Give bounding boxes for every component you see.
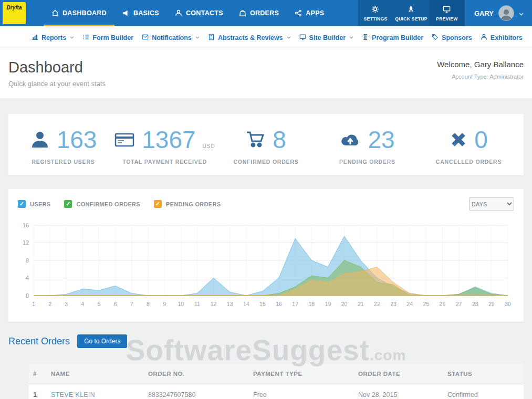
nav-item-dashboard[interactable]: DASHBOARD [44, 0, 114, 26]
nav-item-orders[interactable]: ORDERS [231, 0, 287, 26]
column-header-status: STATUS [443, 364, 524, 384]
user-name: GARY [474, 9, 494, 17]
envelope-icon [142, 34, 149, 42]
go-to-orders-button[interactable]: Go to Orders [77, 334, 127, 348]
svg-text:7: 7 [130, 301, 133, 307]
chart-controls: USERS CONFIRMED ORDERS PENDING ORDERS DA… [18, 197, 514, 211]
settings-button[interactable]: SETTINGS [358, 0, 393, 26]
table-header-row: # NAME ORDER NO. PAYMENT TYPE ORDER DATE… [29, 364, 524, 384]
svg-text:29: 29 [488, 301, 495, 307]
stat-label: TOTAL PAYMENT RECEIVED [114, 159, 215, 165]
stat-value: 8 [273, 128, 286, 152]
hourglass-icon [362, 34, 369, 42]
svg-text:14: 14 [243, 301, 249, 307]
legend-label: USERS [30, 201, 50, 207]
svg-text:12: 12 [23, 239, 29, 246]
app-logo[interactable]: Dryfta [3, 2, 26, 24]
rocket-icon [407, 5, 415, 14]
period-select[interactable]: DAYS [469, 197, 514, 211]
x-icon [450, 131, 467, 149]
subnav-label: Program Builder [372, 34, 423, 41]
stat-label: CANCELLED ORDERS [418, 159, 519, 165]
subnav-label: Notifications [152, 34, 192, 41]
column-header-num: # [29, 364, 47, 384]
nav-item-apps[interactable]: APPS [287, 0, 332, 26]
subnav-item-form-builder[interactable]: Form Builder [82, 34, 133, 42]
svg-text:27: 27 [456, 301, 462, 307]
svg-text:11: 11 [194, 301, 200, 307]
recent-orders-title: Recent Orders [8, 336, 70, 347]
chevron-down-icon [349, 36, 353, 39]
header-user-info: Welcome, Gary Ballance Account Type: Adm… [437, 60, 524, 80]
svg-text:3: 3 [65, 301, 68, 307]
subnav-item-reports[interactable]: Reports [32, 34, 74, 42]
subnav-item-notifications[interactable]: Notifications [142, 34, 200, 42]
megaphone-icon [122, 9, 130, 17]
svg-text:16: 16 [276, 301, 282, 307]
subnav-item-exhibitors[interactable]: Exhibitors [481, 34, 523, 42]
tool-label: QUICK SETUP [395, 16, 427, 22]
subnav-item-abstracts-reviews[interactable]: Abstracts & Reviews [208, 34, 291, 42]
tool-label: PREVIEW [436, 16, 457, 22]
bar-chart-icon [32, 34, 38, 42]
stat-suffix: USD [203, 143, 215, 149]
confirmed-orders-checkbox[interactable] [64, 200, 72, 208]
svg-text:4: 4 [81, 301, 84, 307]
stat-value: 163 [57, 128, 97, 152]
svg-text:16: 16 [23, 222, 29, 228]
svg-text:18: 18 [309, 301, 315, 307]
subnav-item-site-builder[interactable]: Site Builder [299, 34, 353, 42]
preview-button[interactable]: PREVIEW [429, 0, 465, 26]
quick-setup-button[interactable]: QUICK SETUP [393, 0, 429, 26]
chevron-down-icon [195, 36, 200, 39]
nav-item-contacts[interactable]: CONTACTS [167, 0, 231, 26]
svg-text:15: 15 [259, 301, 266, 307]
svg-text:28: 28 [472, 301, 478, 307]
orders-table: # NAME ORDER NO. PAYMENT TYPE ORDER DATE… [29, 364, 524, 399]
stat-cancelled-orders: 0 CANCELLED ORDERS [418, 127, 519, 165]
svg-text:8: 8 [26, 257, 29, 264]
tool-label: SETTINGS [363, 16, 387, 22]
subnav-label: Form Builder [92, 34, 133, 41]
svg-text:20: 20 [341, 301, 348, 307]
share-icon [295, 9, 302, 17]
home-icon [51, 9, 59, 17]
account-type-text: Account Type: Administrator [437, 74, 524, 80]
column-header-payment-type: PAYMENT TYPE [249, 364, 354, 384]
stat-label: REGISTERED USERS [13, 159, 114, 165]
users-checkbox[interactable] [18, 200, 26, 208]
document-icon [208, 34, 215, 42]
subnav-label: Reports [41, 34, 66, 41]
chevron-down-icon [519, 9, 524, 17]
legend-label: CONFIRMED ORDERS [76, 201, 140, 207]
subnav-label: Sponsors [442, 34, 472, 41]
subnav-item-sponsors[interactable]: Sponsors [432, 34, 472, 42]
user-menu[interactable]: GARY [465, 0, 532, 26]
subnav-item-program-builder[interactable]: Program Builder [362, 34, 423, 42]
svg-text:19: 19 [325, 301, 331, 307]
svg-text:13: 13 [227, 301, 233, 307]
column-header-order-date: ORDER DATE [354, 364, 443, 384]
svg-text:22: 22 [374, 301, 380, 307]
svg-text:6: 6 [114, 301, 117, 307]
svg-text:24: 24 [406, 301, 413, 307]
person-icon [481, 34, 487, 42]
stat-label: PENDING ORDERS [317, 159, 418, 165]
secondary-navbar: Reports Form Builder Notifications Abstr… [0, 26, 532, 49]
area-chart: 0481216123456789101112131415161718192021… [18, 218, 514, 318]
monitor-icon [443, 5, 451, 14]
list-icon [82, 34, 89, 42]
pending-orders-checkbox[interactable] [154, 200, 162, 208]
nav-item-basics[interactable]: BASICS [114, 0, 167, 26]
svg-text:0: 0 [26, 292, 29, 299]
order-name-link[interactable]: STEVE KLEIN [51, 391, 95, 398]
legend-confirmed-orders: CONFIRMED ORDERS [64, 200, 140, 208]
svg-text:21: 21 [358, 301, 364, 307]
cell-order-no: 8833247607580 [144, 384, 249, 399]
stats-card: 163 REGISTERED USERS 1367 USD TOTAL PAYM… [8, 114, 524, 175]
svg-text:17: 17 [292, 301, 298, 307]
stat-pending-orders: 23 PENDING ORDERS [317, 127, 418, 165]
svg-text:1: 1 [32, 301, 35, 307]
top-navbar: Dryfta DASHBOARD BASICS CONTACTS ORDERS … [0, 0, 532, 26]
nav-label: DASHBOARD [62, 9, 107, 17]
